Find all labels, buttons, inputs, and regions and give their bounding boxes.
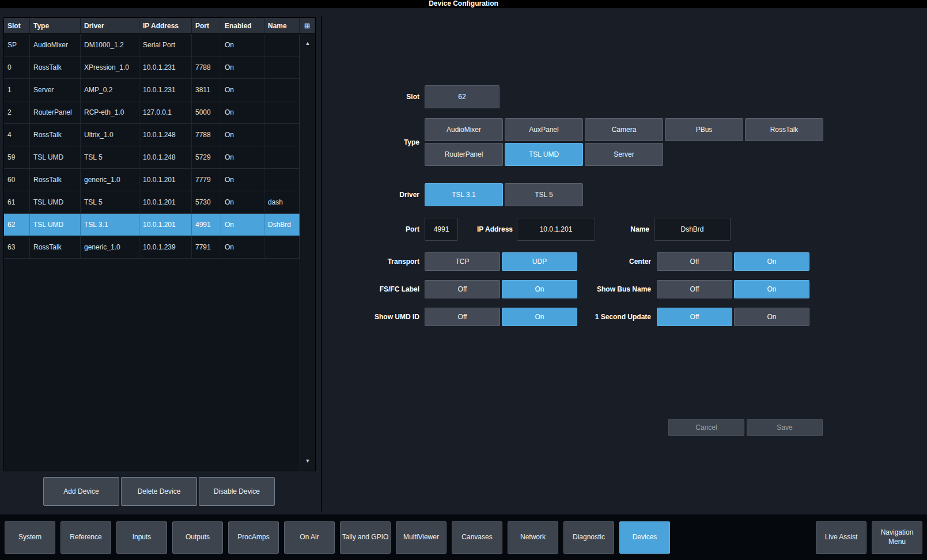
cell-port: 5729 xyxy=(192,146,221,168)
cell-slot: 4 xyxy=(4,124,30,146)
nav-inputs[interactable]: Inputs xyxy=(116,521,167,554)
device-table-header: Slot Type Driver IP Address Port Enabled… xyxy=(4,18,315,34)
cell-ip: Serial Port xyxy=(139,34,192,56)
cell-ip: 10.0.1.231 xyxy=(139,79,192,101)
type-option-routerpanel[interactable]: RouterPanel xyxy=(425,143,503,166)
show-bus-name-option-on[interactable]: On xyxy=(734,280,809,298)
cancel-button[interactable]: Cancel xyxy=(668,419,744,436)
transport-option-udp[interactable]: UDP xyxy=(502,252,577,271)
bottom-nav: SystemReferenceInputsOutputsProcAmpsOn A… xyxy=(0,514,927,560)
nav-devices[interactable]: Devices xyxy=(619,521,670,554)
table-row-slot-4[interactable]: 4RossTalkUltrix_1.010.0.1.2487788On xyxy=(4,124,300,146)
column-header-port[interactable]: Port xyxy=(192,18,221,33)
nav-outputs[interactable]: Outputs xyxy=(172,521,223,554)
show-umd-id-option-off[interactable]: Off xyxy=(425,308,500,326)
table-row-slot-0[interactable]: 0RossTalkXPression_1.010.0.1.2317788On xyxy=(4,56,300,79)
type-option-auxpanel[interactable]: AuxPanel xyxy=(505,118,583,141)
table-scrollbar[interactable]: ▲ ▼ xyxy=(300,35,315,471)
transport-option-tcp[interactable]: TCP xyxy=(425,252,500,271)
table-row-slot-2[interactable]: 2RouterPanelRCP-eth_1.0127.0.0.15000On xyxy=(4,101,300,124)
add-device-button[interactable]: Add Device xyxy=(43,477,119,506)
slot-label: Slot xyxy=(369,85,419,108)
column-header-ip-address[interactable]: IP Address xyxy=(139,18,192,33)
cell-driver: DM1000_1.2 xyxy=(81,34,139,56)
column-header-slot[interactable]: Slot xyxy=(4,18,30,33)
cell-enabled: On xyxy=(221,101,264,123)
nav-network[interactable]: Network xyxy=(508,521,558,554)
transport-label: Transport xyxy=(346,252,419,271)
nav-reference[interactable]: Reference xyxy=(60,521,111,554)
fsfc-options: OffOn xyxy=(425,280,577,298)
column-header-name[interactable]: Name xyxy=(264,18,300,33)
nav-canvases[interactable]: Canvases xyxy=(452,521,502,554)
port-input[interactable]: 4991 xyxy=(425,218,458,241)
cell-driver: AMP_0.2 xyxy=(81,79,139,101)
cell-name xyxy=(264,236,300,258)
cell-driver: generic_1.0 xyxy=(81,236,139,258)
type-option-tsl-umd[interactable]: TSL UMD xyxy=(505,143,583,166)
cell-name xyxy=(264,124,300,146)
table-row-slot-1[interactable]: 1ServerAMP_0.210.0.1.2313811On xyxy=(4,79,300,101)
center-option-off[interactable]: Off xyxy=(657,252,732,271)
cell-ip: 10.0.1.231 xyxy=(139,56,192,78)
slot-value-field: 62 xyxy=(425,85,500,108)
table-row-slot-63[interactable]: 63RossTalkgeneric_1.010.0.1.2397791On xyxy=(4,236,300,259)
driver-option-tsl-3-1[interactable]: TSL 3.1 xyxy=(425,183,503,206)
table-row-slot-59[interactable]: 59TSL UMDTSL 510.0.1.2485729On xyxy=(4,146,300,169)
table-row-slot-61[interactable]: 61TSL UMDTSL 510.0.1.2015730Ondash xyxy=(4,191,300,214)
nav-navigation-menu[interactable]: Navigation Menu xyxy=(872,521,922,554)
type-option-pbus[interactable]: PBus xyxy=(665,118,743,141)
cell-ip: 10.0.1.201 xyxy=(139,191,192,213)
nav-procamps[interactable]: ProcAmps xyxy=(228,521,279,554)
fsfc-label-option-on[interactable]: On xyxy=(502,280,577,298)
cell-enabled: On xyxy=(221,236,264,258)
nav-system[interactable]: System xyxy=(5,521,55,554)
table-options-icon[interactable]: ⊞ xyxy=(300,18,315,33)
type-option-camera[interactable]: Camera xyxy=(585,118,663,141)
show-umd-id-option-on[interactable]: On xyxy=(502,308,577,326)
nav-live-assist[interactable]: Live Assist xyxy=(816,521,867,554)
nav-multiviewer[interactable]: MultiViewer xyxy=(396,521,447,554)
save-button[interactable]: Save xyxy=(747,419,823,436)
cell-ip: 10.0.1.239 xyxy=(139,236,192,258)
fsfc-label-option-off[interactable]: Off xyxy=(425,280,500,298)
one-second-update-option-off[interactable]: Off xyxy=(657,308,732,326)
device-table-body: SPAudioMixerDM1000_1.2Serial PortOn0Ross… xyxy=(4,34,300,259)
name-label: Name xyxy=(597,218,649,241)
scroll-down-icon[interactable]: ▼ xyxy=(300,456,315,466)
cell-port: 3811 xyxy=(192,79,221,101)
delete-device-button[interactable]: Delete Device xyxy=(121,477,197,506)
cell-slot: SP xyxy=(4,34,30,56)
type-option-server[interactable]: Server xyxy=(585,143,663,166)
one-second-update-option-on[interactable]: On xyxy=(734,308,809,326)
column-header-driver[interactable]: Driver xyxy=(81,18,139,33)
cell-type: Server xyxy=(30,79,81,101)
type-option-rosstalk[interactable]: RossTalk xyxy=(745,118,823,141)
show-bus-name-option-off[interactable]: Off xyxy=(657,280,732,298)
column-header-enabled[interactable]: Enabled xyxy=(221,18,264,33)
cell-slot: 0 xyxy=(4,56,30,78)
cell-port: 7788 xyxy=(192,56,221,78)
cell-enabled: On xyxy=(221,56,264,78)
center-option-on[interactable]: On xyxy=(734,252,809,271)
column-header-type[interactable]: Type xyxy=(30,18,81,33)
nav-tally-and-gpio[interactable]: Tally and GPIO xyxy=(340,521,391,554)
cell-slot: 60 xyxy=(4,169,30,191)
nav-diagnostic[interactable]: Diagnostic xyxy=(563,521,614,554)
center-options: OffOn xyxy=(657,252,809,271)
disable-device-button[interactable]: Disable Device xyxy=(199,477,275,506)
cell-port xyxy=(192,34,221,56)
ip-address-input[interactable]: 10.0.1.201 xyxy=(517,218,595,241)
scroll-up-icon[interactable]: ▲ xyxy=(300,38,315,48)
show-umd-id-label: Show UMD ID xyxy=(346,308,419,326)
table-row-slot-60[interactable]: 60RossTalkgeneric_1.010.0.1.2017779On xyxy=(4,169,300,191)
driver-option-tsl-5[interactable]: TSL 5 xyxy=(505,183,583,206)
type-option-audiomixer[interactable]: AudioMixer xyxy=(425,118,503,141)
name-input[interactable]: DshBrd xyxy=(654,218,731,241)
table-row-slot-sp[interactable]: SPAudioMixerDM1000_1.2Serial PortOn xyxy=(4,34,300,56)
table-row-slot-62[interactable]: 62TSL UMDTSL 3.110.0.1.2014991OnDshBrd xyxy=(4,214,300,236)
nav-on-air[interactable]: On Air xyxy=(284,521,335,554)
cell-slot: 59 xyxy=(4,146,30,168)
cell-name xyxy=(264,79,300,101)
nav-left-group: SystemReferenceInputsOutputsProcAmpsOn A… xyxy=(5,521,670,554)
